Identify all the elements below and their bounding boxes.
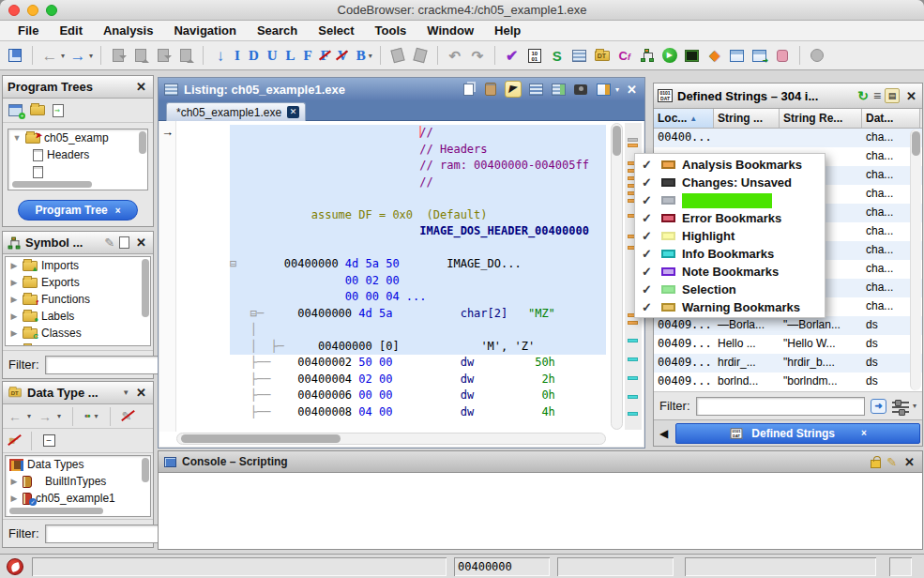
letter-u-icon[interactable]: U (266, 48, 279, 64)
filter-options-icon[interactable]: ➜ (871, 399, 886, 414)
copy-icon[interactable] (460, 81, 477, 98)
edit-disabled-icon[interactable]: ✎ (104, 236, 114, 250)
column-header-3[interactable]: String Re... (780, 109, 862, 128)
table-row[interactable]: 00409...—Borla..."—Borlan...ds (654, 316, 922, 335)
bookmark-marker-icon[interactable] (628, 395, 638, 399)
program-trees-header[interactable]: Program Trees ✕ (3, 76, 153, 99)
menu-edit[interactable]: Edit (49, 21, 93, 40)
vertical-scrollbar[interactable] (142, 458, 149, 482)
bookmark-marker-icon[interactable] (628, 412, 638, 416)
dt-forward-icon[interactable]: → (38, 410, 52, 423)
listing-line[interactable]: ⊟ 00400000 4d 5a 50 IMAGE_DO... (230, 256, 606, 273)
menu-search[interactable]: Search (247, 21, 308, 40)
bookmark-marker-icon[interactable] (628, 138, 638, 142)
association-icon[interactable]: ••• (84, 411, 89, 421)
dt-back-icon[interactable]: ← (8, 410, 22, 423)
open-folder-icon[interactable] (30, 105, 45, 115)
collapse-all-icon[interactable]: − (43, 434, 55, 447)
column-filter-icon[interactable] (892, 400, 909, 413)
symbol-tree-item-functions[interactable]: ▶fFunctions (6, 291, 150, 308)
listing-line[interactable]: // ram: 00400000-004005ff (230, 158, 606, 175)
popup-item[interactable]: ✓ (635, 191, 825, 209)
pointer-filter-icon[interactable]: ☛ (8, 434, 20, 448)
bookmark-marker-icon[interactable] (628, 321, 638, 325)
expand-arrow-icon[interactable]: ▶ (9, 312, 19, 321)
cursor-tracking-icon[interactable]: ◤ (505, 81, 522, 98)
listing-line[interactable]: // (230, 175, 606, 191)
undo-icon[interactable]: ↶ (446, 45, 464, 66)
refresh-icon[interactable]: ↻ (857, 88, 869, 103)
paste-tree-icon[interactable]: ⇒ (53, 104, 64, 117)
program-tree-tab[interactable]: Program Tree × (18, 200, 138, 221)
popup-item-warning-bookmarks[interactable]: ✓Warning Bookmarks (635, 298, 825, 316)
listing-line[interactable]: │ ├─ 00400000 [0] 'M', 'Z' (230, 339, 606, 356)
next-code-unit-icon[interactable] (131, 45, 150, 66)
jump-in-icon[interactable] (388, 45, 407, 66)
letter-v-icon[interactable]: V (337, 48, 349, 64)
clear-console-icon[interactable]: ✎ (886, 455, 897, 469)
listing-line[interactable]: // Headers (230, 142, 606, 159)
table-row[interactable]: 00400...cha... (654, 129, 922, 147)
popup-item-selection[interactable]: ✓Selection (635, 281, 825, 298)
listing-line[interactable]: ├── 00400008 04 00 dw 4h (230, 404, 606, 421)
column-filter-dropdown-icon[interactable]: ▾ (913, 402, 916, 410)
popup-item-info-bookmarks[interactable]: ✓Info Bookmarks (635, 245, 825, 263)
program-tree-view[interactable]: ▼ ➤ ch05_examp Headers (8, 129, 148, 190)
new-tree-icon[interactable]: + (8, 104, 23, 116)
prev-bookmark-icon[interactable] (154, 45, 173, 66)
program-tree-clipped-row[interactable] (8, 163, 147, 180)
run-icon[interactable]: ▶ (660, 45, 679, 66)
make-selection-icon[interactable]: ▤ (885, 88, 900, 103)
scroll-tabs-left-icon[interactable]: ◀ (656, 427, 672, 440)
console-header[interactable]: Console – Scripting ✎ ✕ (159, 451, 922, 473)
letter-l-icon[interactable]: L (285, 48, 296, 64)
close-tab-icon[interactable]: × (861, 428, 867, 438)
defined-strings-header[interactable]: 0101DAT Defined Strings – 304 i... ↻ ≡ ▤… (654, 84, 922, 109)
data-types-builtin[interactable]: ▶ BuiltInTypes (6, 473, 150, 490)
bookmark-marker-icon[interactable] (628, 376, 638, 380)
menu-analysis[interactable]: Analysis (93, 21, 163, 40)
popup-item-highlight[interactable]: ✓Highlight (635, 227, 825, 245)
close-icon[interactable]: ✕ (625, 83, 639, 97)
expand-arrow-icon[interactable]: ▶ (9, 494, 19, 503)
expand-arrow-icon[interactable]: ▶ (9, 295, 19, 304)
popup-item-analysis-bookmarks[interactable]: ✓Analysis Bookmarks (635, 156, 825, 174)
close-icon[interactable]: ✕ (134, 80, 148, 94)
letter-i-icon[interactable]: I (234, 48, 241, 64)
dt-forward-dropdown-icon[interactable]: ▾ (57, 412, 61, 420)
horizontal-scrollbar[interactable] (12, 181, 92, 188)
back-icon[interactable]: ← (40, 45, 59, 66)
listing-vertical-scrollbar[interactable] (611, 123, 623, 430)
association-dropdown-icon[interactable]: ▾ (95, 412, 98, 420)
cf-icon[interactable]: Cf (615, 45, 634, 66)
letter-f-icon[interactable]: F (303, 48, 313, 64)
symbol-tree-item-namespaces[interactable]: ▶Namespaces (6, 342, 150, 346)
listing-line[interactable] (230, 240, 606, 257)
bookmark-marker-icon[interactable] (628, 144, 638, 147)
program-tree-root[interactable]: ▼ ➤ ch05_examp (8, 129, 147, 146)
listing-line[interactable]: ├── 00400002 50 00 dw 50h (230, 355, 606, 372)
redo-icon[interactable]: ↷ (468, 45, 487, 66)
scroll-lock-icon[interactable] (871, 460, 881, 468)
table-icon[interactable] (728, 45, 747, 66)
back-dropdown-icon[interactable]: ▾ (61, 52, 65, 60)
symbol-tree-item-exports[interactable]: ▶Exports (6, 274, 150, 291)
close-icon[interactable]: ✕ (134, 386, 148, 400)
listing-line[interactable]: ⊟─ 00400000 4d 5a char[2] "MZ" (230, 306, 606, 323)
horizontal-scrollbar[interactable] (9, 508, 103, 514)
expand-arrow-icon[interactable]: ▶ (9, 345, 19, 346)
diff-view-icon[interactable] (550, 81, 567, 98)
symbol-anchor-icon[interactable] (773, 45, 792, 66)
close-tab-icon[interactable]: × (115, 205, 121, 216)
table-row[interactable]: 00409...hrdir_..."hrdir_b....ds (654, 354, 922, 373)
collapse-arrow-icon[interactable]: ▼ (12, 133, 22, 143)
column-header-4[interactable]: Dat... (862, 109, 920, 128)
expand-arrow-icon[interactable]: ▶ (9, 328, 19, 338)
expand-arrow-icon[interactable]: ▶ (9, 261, 19, 270)
table-row[interactable]: 00409...Hello ..."Hello W...ds (654, 335, 922, 354)
edit-disabled-icon[interactable]: ✎ (122, 409, 132, 423)
listing-line[interactable]: ├── 00400006 00 00 dw 0h (230, 388, 606, 404)
listing-horizontal-scrollbar[interactable] (176, 433, 606, 445)
memory-map-icon[interactable] (683, 45, 702, 66)
popup-item-error-bookmarks[interactable]: ✓Error Bookmarks (635, 209, 825, 227)
